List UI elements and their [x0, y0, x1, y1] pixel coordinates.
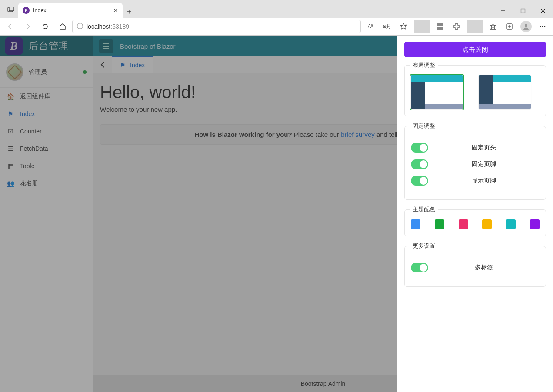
- separator: [467, 20, 483, 33]
- app-launcher-icon[interactable]: [432, 20, 448, 33]
- svg-point-19: [542, 26, 543, 27]
- section-legend: 主题配色: [410, 206, 438, 213]
- theme-swatch[interactable]: [482, 219, 492, 229]
- more-menu-button[interactable]: [535, 20, 550, 33]
- app-viewport: B 后台管理 Bootstrap of Blazor 管理员 🏠 返回组件库: [0, 36, 553, 392]
- section-legend: 更多设置: [410, 242, 438, 250]
- browser-tab-active[interactable]: B Index ✕: [18, 3, 123, 18]
- svg-point-17: [525, 24, 527, 27]
- toggle-label: 多标签: [428, 264, 540, 272]
- nav-forward-button[interactable]: [20, 20, 36, 33]
- section-layout: 布局调整: [404, 65, 546, 116]
- nav-home-button[interactable]: [55, 20, 70, 33]
- svg-rect-11: [440, 27, 443, 30]
- window-maximize-button[interactable]: [513, 4, 533, 18]
- settings-drawer: 点击关闭 布局调整 固定调整 固定页头 固定页脚: [397, 36, 553, 392]
- svg-rect-1: [9, 7, 14, 11]
- theme-swatch[interactable]: [530, 219, 540, 229]
- section-legend: 布局调整: [410, 61, 438, 69]
- collections-icon[interactable]: [502, 20, 517, 33]
- tab-title: Index: [33, 7, 47, 13]
- url-port: :53189: [110, 23, 129, 30]
- svg-rect-3: [521, 9, 525, 13]
- toggle-label: 固定页头: [428, 144, 540, 152]
- tab-close-icon[interactable]: ✕: [113, 7, 118, 14]
- window-close-button[interactable]: [533, 4, 553, 18]
- svg-rect-8: [437, 23, 440, 26]
- new-tab-button[interactable]: ＋: [123, 5, 136, 18]
- theme-swatch[interactable]: [411, 219, 420, 229]
- svg-rect-10: [437, 27, 440, 30]
- theme-swatch[interactable]: [435, 219, 444, 229]
- drawer-close-button[interactable]: 点击关闭: [404, 42, 546, 57]
- svg-rect-9: [440, 23, 443, 26]
- svg-point-18: [540, 26, 541, 27]
- favorites-list-icon[interactable]: [485, 20, 501, 33]
- tab-strip: B Index ✕ ＋: [0, 0, 553, 18]
- profile-button[interactable]: [518, 20, 534, 33]
- section-more: 更多设置 多标签: [404, 246, 546, 287]
- section-legend: 固定调整: [410, 122, 438, 130]
- translate-button[interactable]: aあ: [379, 20, 395, 33]
- read-aloud-button[interactable]: A⁹: [363, 20, 378, 33]
- nav-refresh-button[interactable]: [37, 20, 53, 33]
- extensions-icon[interactable]: [449, 20, 464, 33]
- toggle-multi-tab[interactable]: [411, 263, 428, 272]
- address-bar: ⓘ localhost:53189 A⁹ aあ: [0, 18, 553, 35]
- toggle-label: 显示页脚: [428, 177, 540, 185]
- browser-chrome: B Index ✕ ＋ ⓘ localhost:53189 A⁹ aあ: [0, 0, 553, 36]
- url-input[interactable]: ⓘ localhost:53189: [72, 20, 361, 33]
- layout-option-full-sidebar[interactable]: [479, 75, 531, 109]
- layout-option-wide-sidebar[interactable]: [411, 75, 463, 109]
- toggle-fixed-footer[interactable]: [411, 159, 428, 169]
- toggle-label: 固定页脚: [428, 160, 540, 168]
- section-theme: 主题配色: [404, 209, 546, 236]
- section-fixed: 固定调整 固定页头 固定页脚 显示页脚: [404, 126, 546, 200]
- separator: [414, 20, 430, 33]
- theme-swatch[interactable]: [506, 219, 516, 229]
- window-minimize-button[interactable]: [493, 4, 513, 18]
- svg-point-20: [544, 26, 546, 27]
- toggle-show-footer[interactable]: [411, 176, 428, 186]
- toggle-fixed-header[interactable]: [411, 143, 428, 153]
- nav-back-button[interactable]: [3, 20, 18, 33]
- tab-actions-button[interactable]: [4, 3, 17, 16]
- site-info-icon[interactable]: ⓘ: [77, 23, 83, 30]
- addrbar-tools: A⁹ aあ: [363, 20, 550, 33]
- favicon-icon: B: [23, 7, 30, 14]
- theme-swatch[interactable]: [459, 219, 468, 229]
- url-host: localhost: [87, 23, 110, 30]
- favorites-star-button[interactable]: [396, 20, 411, 33]
- window-controls: [493, 4, 553, 18]
